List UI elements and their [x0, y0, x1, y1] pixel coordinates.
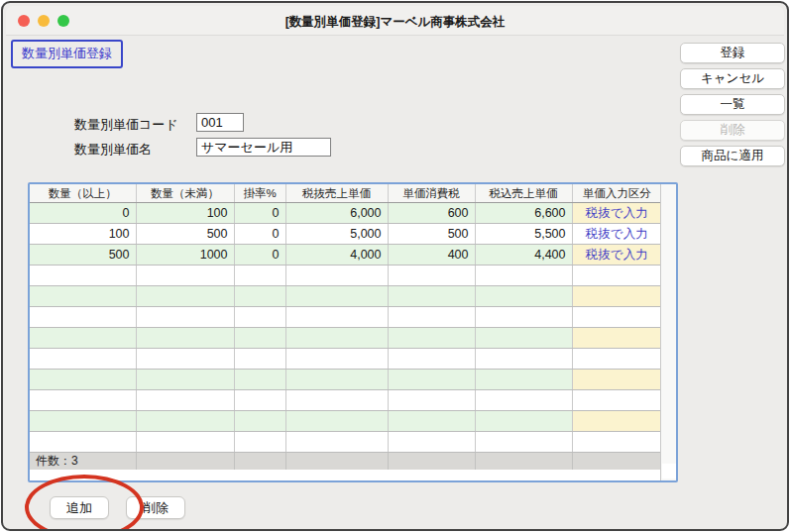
cell-value[interactable]	[388, 370, 475, 390]
cell-value[interactable]	[388, 432, 475, 453]
cell-input-type[interactable]	[572, 390, 661, 411]
cell-value[interactable]: 4,400	[475, 245, 572, 266]
cell-value[interactable]: 5,000	[285, 224, 388, 245]
action-button[interactable]: 一覧	[680, 94, 785, 115]
cell-value[interactable]	[136, 411, 234, 432]
cell-value[interactable]	[234, 370, 285, 390]
cell-value[interactable]	[136, 286, 234, 307]
cell-value[interactable]	[475, 328, 572, 349]
cell-value[interactable]: 500	[136, 224, 234, 245]
cell-input-type[interactable]: 税抜で入力	[572, 245, 661, 266]
cell-value[interactable]	[388, 286, 475, 307]
cell-input-type[interactable]	[572, 307, 661, 328]
cell-value[interactable]	[136, 432, 234, 453]
cell-value[interactable]: 500	[30, 245, 136, 266]
cell-value[interactable]: 6,000	[285, 203, 388, 224]
cell-value[interactable]	[388, 307, 475, 328]
zoom-icon[interactable]	[57, 15, 69, 27]
cell-input-type[interactable]	[572, 286, 661, 307]
cell-value[interactable]	[285, 307, 388, 328]
cell-value[interactable]	[136, 370, 234, 390]
cell-value[interactable]: 500	[388, 224, 475, 245]
cell-value[interactable]	[285, 411, 388, 432]
cell-input-type[interactable]	[572, 266, 661, 286]
cell-value[interactable]	[285, 349, 388, 370]
cell-value[interactable]	[285, 286, 388, 307]
cell-value[interactable]	[136, 349, 234, 370]
cell-value[interactable]	[30, 411, 136, 432]
cell-value[interactable]	[234, 328, 285, 349]
cell-value[interactable]	[234, 432, 285, 453]
cell-input-type[interactable]	[572, 411, 661, 432]
cell-value[interactable]: 0	[234, 245, 285, 266]
cell-value[interactable]: 5,500	[475, 224, 572, 245]
cell-value[interactable]	[475, 432, 572, 453]
cell-input-type[interactable]	[572, 349, 661, 370]
action-button[interactable]: キャンセル	[680, 68, 785, 89]
cell-value[interactable]: 100	[30, 224, 136, 245]
cell-value[interactable]	[234, 307, 285, 328]
cell-value[interactable]: 0	[234, 203, 285, 224]
cell-value[interactable]	[30, 328, 136, 349]
add-row-button[interactable]: 追加	[50, 496, 109, 519]
cell-value[interactable]	[475, 370, 572, 390]
cell-value[interactable]	[234, 286, 285, 307]
cell-value[interactable]	[285, 432, 388, 453]
cell-value[interactable]	[475, 411, 572, 432]
cell-value[interactable]	[234, 411, 285, 432]
cell-value[interactable]: 6,600	[475, 203, 572, 224]
code-input[interactable]	[196, 113, 244, 132]
cell-value[interactable]	[30, 390, 136, 411]
cell-input-type[interactable]	[572, 328, 661, 349]
cell-value[interactable]	[285, 370, 388, 390]
cell-value[interactable]	[234, 266, 285, 286]
cell-value[interactable]	[285, 390, 388, 411]
cell-value[interactable]: 600	[388, 203, 475, 224]
cell-value[interactable]	[388, 328, 475, 349]
vertical-scrollbar-track[interactable]	[660, 184, 676, 480]
cell-value[interactable]	[136, 266, 234, 286]
column-header: 掛率%	[234, 184, 285, 203]
cell-value[interactable]	[234, 349, 285, 370]
cell-value[interactable]	[475, 307, 572, 328]
cell-value[interactable]	[285, 328, 388, 349]
cell-value[interactable]: 100	[136, 203, 234, 224]
cell-input-type[interactable]	[572, 432, 661, 453]
cell-value[interactable]	[30, 266, 136, 286]
cell-value[interactable]: 1000	[136, 245, 234, 266]
cell-value[interactable]	[285, 266, 388, 286]
name-label: 数量別単価名	[74, 141, 152, 159]
cell-value[interactable]	[388, 349, 475, 370]
cell-value[interactable]	[475, 266, 572, 286]
cell-value[interactable]: 400	[388, 245, 475, 266]
cell-value[interactable]	[388, 411, 475, 432]
action-button[interactable]: 削除	[680, 120, 785, 141]
cell-input-type[interactable]	[572, 370, 661, 390]
name-input[interactable]	[196, 138, 331, 157]
cell-value[interactable]: 4,000	[285, 245, 388, 266]
action-button[interactable]: 商品に適用	[680, 146, 785, 166]
cell-value[interactable]: 0	[234, 224, 285, 245]
cell-input-type[interactable]: 税抜で入力	[572, 224, 661, 245]
cell-value[interactable]	[30, 307, 136, 328]
cell-value[interactable]	[30, 286, 136, 307]
cell-value[interactable]	[136, 390, 234, 411]
cell-value[interactable]	[475, 286, 572, 307]
delete-row-button[interactable]: 削除	[126, 496, 185, 519]
cell-value[interactable]	[475, 349, 572, 370]
cell-value[interactable]	[136, 307, 234, 328]
cell-value[interactable]	[388, 266, 475, 286]
action-button[interactable]: 登録	[680, 43, 785, 63]
cell-value[interactable]	[475, 390, 572, 411]
cell-value[interactable]: 0	[30, 203, 136, 224]
screen-title-badge: 数量別単価登録	[11, 40, 123, 68]
cell-value[interactable]	[136, 328, 234, 349]
cell-value[interactable]	[388, 390, 475, 411]
close-icon[interactable]	[18, 15, 30, 27]
cell-value[interactable]	[30, 432, 136, 453]
cell-input-type[interactable]: 税抜で入力	[572, 203, 661, 224]
cell-value[interactable]	[234, 390, 285, 411]
cell-value[interactable]	[30, 370, 136, 390]
minimize-icon[interactable]	[38, 15, 50, 27]
cell-value[interactable]	[30, 349, 136, 370]
